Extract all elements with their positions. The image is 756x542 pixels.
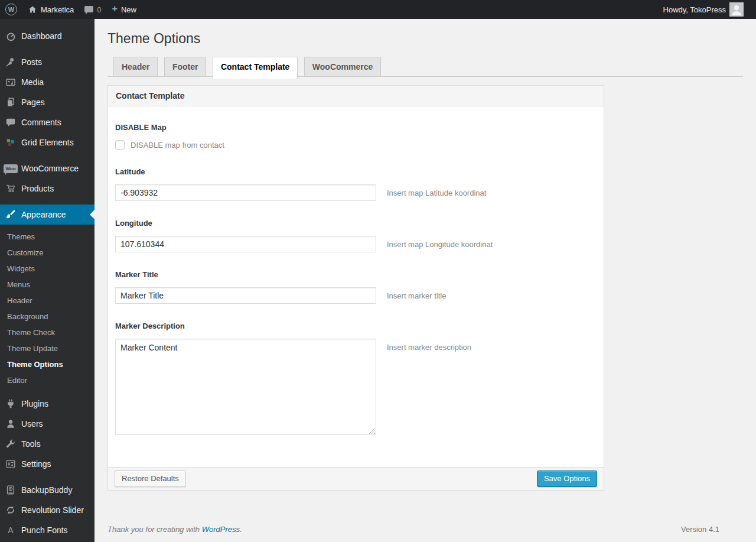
user-icon [5, 418, 17, 430]
my-account-menu[interactable]: Howdy, TokoPress [658, 0, 749, 19]
disable-map-checkbox[interactable] [115, 140, 125, 150]
sidebar-item-comments[interactable]: Comments [0, 112, 94, 132]
tab-header[interactable]: Header [113, 57, 158, 77]
field-description: Insert marker description [387, 339, 471, 352]
sidebar-item-label: Grid Elements [21, 138, 74, 147]
site-name: Marketica [41, 5, 74, 14]
comments-icon [5, 116, 17, 128]
longitude-input[interactable] [115, 236, 376, 252]
sidebar-item-products[interactable]: Products [0, 178, 94, 199]
sidebar-item-label: Media [21, 77, 44, 87]
sidebar-item-pages[interactable]: Pages [0, 92, 94, 112]
submenu-item-theme-check[interactable]: Theme Check [0, 324, 94, 340]
submenu-item-customize[interactable]: Customize [0, 245, 94, 261]
site-link[interactable]: Marketica [22, 0, 79, 19]
submenu-item-header[interactable]: Header [0, 293, 94, 309]
wordpress-menu-button[interactable]: W [0, 0, 22, 19]
submenu-item-menus[interactable]: Menus [0, 277, 94, 293]
page-footer: Thank you for creating with WordPress. V… [107, 525, 719, 534]
pushpin-icon [5, 56, 17, 68]
field-label: Longitude [115, 219, 597, 228]
marker-title-input[interactable] [115, 287, 376, 304]
pages-icon [5, 96, 17, 108]
menu-separator [0, 46, 94, 52]
paintbrush-icon [5, 209, 17, 220]
main-content: Theme Options Header Footer Contact Temp… [94, 19, 756, 542]
latitude-field: Latitude Insert map Latitude koordinat [115, 167, 597, 201]
sidebar-item-settings[interactable]: Settings [0, 454, 94, 474]
letter-a-icon: A [5, 524, 17, 536]
new-label: New [121, 5, 136, 14]
plug-icon [5, 398, 17, 410]
grid-elements-icon [5, 137, 17, 148]
sidebar-item-plugins[interactable]: Plugins [0, 394, 94, 414]
plus-icon: + [112, 4, 118, 14]
marker-description-textarea[interactable]: Marker Content [115, 339, 376, 435]
home-icon [28, 5, 37, 14]
disable-map-checkbox-label: DISABLE map from contact [131, 141, 224, 150]
sidebar-item-label: Revolution Slider [21, 505, 84, 515]
latitude-input[interactable] [115, 184, 376, 201]
sidebar-item-appearance[interactable]: Appearance [0, 205, 94, 225]
field-description: Insert map Latitude koordinat [387, 184, 486, 197]
comment-count: 0 [97, 5, 101, 14]
sidebar-item-punch-fonts[interactable]: A Punch Fonts [0, 520, 94, 540]
submenu-item-themes[interactable]: Themes [0, 229, 94, 245]
submenu-item-background[interactable]: Background [0, 309, 94, 324]
sidebar-item-media[interactable]: Media [0, 72, 94, 92]
sidebar-item-label: Comments [21, 118, 61, 127]
save-options-button[interactable]: Save Options [537, 470, 597, 487]
cart-icon [5, 183, 17, 194]
marker-title-field: Marker Title Insert marker title [115, 270, 597, 304]
menu-separator [0, 474, 94, 480]
submenu-item-editor[interactable]: Editor [0, 372, 94, 388]
sidebar-item-revolution-slider[interactable]: Revolution Slider [0, 500, 94, 520]
sidebar-item-grid-elements[interactable]: Grid Elements [0, 132, 94, 152]
sidebar-item-dashboard[interactable]: Dashboard [0, 26, 94, 46]
sidebar-item-label: Dashboard [21, 31, 62, 41]
wordpress-link[interactable]: WordPress [202, 525, 240, 534]
backup-drive-icon [5, 484, 17, 496]
sidebar-item-label: BackupBuddy [21, 485, 72, 495]
panel-body: DISABLE Map DISABLE map from contact Lat… [108, 106, 604, 467]
longitude-field: Longitude Insert map Longitude koordinat [115, 219, 597, 252]
sidebar-item-posts[interactable]: Posts [0, 52, 94, 72]
menu-separator [0, 152, 94, 158]
disable-map-field: DISABLE Map DISABLE map from contact [115, 123, 597, 150]
field-label: Marker Title [115, 270, 597, 279]
howdy-text: Howdy, TokoPress [663, 5, 726, 14]
wrench-icon [5, 438, 17, 450]
admin-bar: W Marketica 0 + New Howdy, TokoPress [0, 0, 756, 19]
sidebar-item-users[interactable]: Users [0, 414, 94, 434]
sidebar-item-label: Punch Fonts [21, 525, 68, 535]
field-description: Insert marker title [387, 287, 446, 300]
current-menu-arrow [90, 210, 94, 219]
sidebar-item-label: Users [21, 419, 43, 429]
avatar [729, 2, 744, 17]
sidebar-item-woocommerce[interactable]: Woo WooCommerce [0, 158, 94, 178]
sidebar-item-label: Tools [21, 439, 41, 449]
panel-title: Contact Template [108, 86, 604, 106]
sidebar-item-label: Plugins [21, 399, 48, 408]
field-label: DISABLE Map [115, 123, 597, 132]
field-description: Insert map Longitude koordinat [387, 236, 493, 249]
submenu-item-theme-update[interactable]: Theme Update [0, 340, 94, 356]
tab-woocommerce[interactable]: WooCommerce [304, 57, 381, 77]
submenu-item-theme-options[interactable]: Theme Options [0, 356, 94, 372]
dashboard-icon [5, 30, 17, 42]
restore-defaults-button[interactable]: Restore Defaults [115, 470, 186, 487]
sidebar-item-backupbuddy[interactable]: BackupBuddy [0, 480, 94, 500]
new-content-button[interactable]: + New [107, 0, 142, 19]
footer-thanks-text: Thank you for creating with WordPress. [107, 525, 242, 534]
submenu-item-widgets[interactable]: Widgets [0, 261, 94, 277]
admin-sidebar: Dashboard Posts Media Pages Commen [0, 19, 94, 542]
refresh-arrows-icon [5, 504, 17, 516]
tab-footer[interactable]: Footer [164, 57, 207, 77]
sidebar-item-label: Settings [21, 459, 51, 469]
page-title: Theme Options [107, 31, 743, 47]
tab-contact-template[interactable]: Contact Template [213, 57, 298, 79]
sidebar-item-tools[interactable]: Tools [0, 434, 94, 454]
comments-shortcut[interactable]: 0 [79, 0, 106, 19]
panel-footer: Restore Defaults Save Options [108, 467, 604, 490]
thanks-period: . [240, 525, 242, 534]
